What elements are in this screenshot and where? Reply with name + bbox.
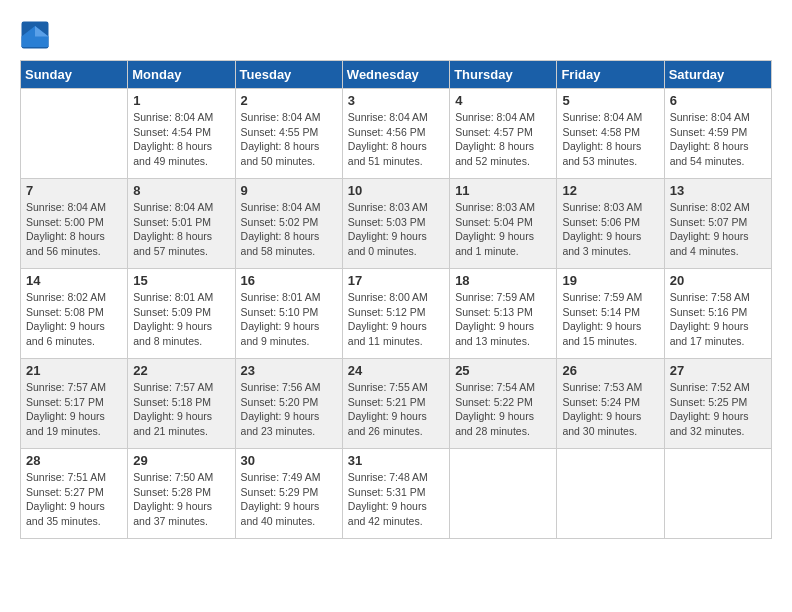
day-info: Sunrise: 7:53 AMSunset: 5:24 PMDaylight:… — [562, 380, 658, 439]
calendar-cell: 4Sunrise: 8:04 AMSunset: 4:57 PMDaylight… — [450, 89, 557, 179]
calendar-week-2: 7Sunrise: 8:04 AMSunset: 5:00 PMDaylight… — [21, 179, 772, 269]
day-number: 23 — [241, 363, 337, 378]
day-number: 9 — [241, 183, 337, 198]
day-info: Sunrise: 8:04 AMSunset: 4:58 PMDaylight:… — [562, 110, 658, 169]
calendar-cell: 28Sunrise: 7:51 AMSunset: 5:27 PMDayligh… — [21, 449, 128, 539]
day-number: 11 — [455, 183, 551, 198]
day-info: Sunrise: 8:04 AMSunset: 4:57 PMDaylight:… — [455, 110, 551, 169]
day-info: Sunrise: 8:03 AMSunset: 5:06 PMDaylight:… — [562, 200, 658, 259]
day-number: 31 — [348, 453, 444, 468]
calendar-cell: 14Sunrise: 8:02 AMSunset: 5:08 PMDayligh… — [21, 269, 128, 359]
day-number: 26 — [562, 363, 658, 378]
calendar-week-4: 21Sunrise: 7:57 AMSunset: 5:17 PMDayligh… — [21, 359, 772, 449]
day-info: Sunrise: 8:04 AMSunset: 4:54 PMDaylight:… — [133, 110, 229, 169]
calendar-cell — [450, 449, 557, 539]
day-info: Sunrise: 7:49 AMSunset: 5:29 PMDaylight:… — [241, 470, 337, 529]
day-number: 18 — [455, 273, 551, 288]
day-info: Sunrise: 8:04 AMSunset: 5:00 PMDaylight:… — [26, 200, 122, 259]
calendar: SundayMondayTuesdayWednesdayThursdayFrid… — [20, 60, 772, 539]
day-number: 20 — [670, 273, 766, 288]
calendar-cell: 22Sunrise: 7:57 AMSunset: 5:18 PMDayligh… — [128, 359, 235, 449]
day-info: Sunrise: 7:52 AMSunset: 5:25 PMDaylight:… — [670, 380, 766, 439]
day-number: 2 — [241, 93, 337, 108]
header-wednesday: Wednesday — [342, 61, 449, 89]
calendar-cell: 20Sunrise: 7:58 AMSunset: 5:16 PMDayligh… — [664, 269, 771, 359]
day-info: Sunrise: 8:01 AMSunset: 5:09 PMDaylight:… — [133, 290, 229, 349]
calendar-cell: 15Sunrise: 8:01 AMSunset: 5:09 PMDayligh… — [128, 269, 235, 359]
day-number: 15 — [133, 273, 229, 288]
day-info: Sunrise: 8:01 AMSunset: 5:10 PMDaylight:… — [241, 290, 337, 349]
day-number: 27 — [670, 363, 766, 378]
day-number: 24 — [348, 363, 444, 378]
day-number: 1 — [133, 93, 229, 108]
day-number: 25 — [455, 363, 551, 378]
calendar-cell: 18Sunrise: 7:59 AMSunset: 5:13 PMDayligh… — [450, 269, 557, 359]
day-number: 13 — [670, 183, 766, 198]
calendar-cell: 17Sunrise: 8:00 AMSunset: 5:12 PMDayligh… — [342, 269, 449, 359]
calendar-cell: 10Sunrise: 8:03 AMSunset: 5:03 PMDayligh… — [342, 179, 449, 269]
calendar-cell: 6Sunrise: 8:04 AMSunset: 4:59 PMDaylight… — [664, 89, 771, 179]
calendar-cell: 13Sunrise: 8:02 AMSunset: 5:07 PMDayligh… — [664, 179, 771, 269]
day-number: 12 — [562, 183, 658, 198]
day-info: Sunrise: 7:58 AMSunset: 5:16 PMDaylight:… — [670, 290, 766, 349]
header-sunday: Sunday — [21, 61, 128, 89]
calendar-cell — [664, 449, 771, 539]
day-number: 4 — [455, 93, 551, 108]
day-info: Sunrise: 8:04 AMSunset: 4:55 PMDaylight:… — [241, 110, 337, 169]
day-info: Sunrise: 8:03 AMSunset: 5:03 PMDaylight:… — [348, 200, 444, 259]
day-number: 17 — [348, 273, 444, 288]
calendar-cell: 2Sunrise: 8:04 AMSunset: 4:55 PMDaylight… — [235, 89, 342, 179]
calendar-cell: 26Sunrise: 7:53 AMSunset: 5:24 PMDayligh… — [557, 359, 664, 449]
calendar-week-1: 1Sunrise: 8:04 AMSunset: 4:54 PMDaylight… — [21, 89, 772, 179]
calendar-cell: 16Sunrise: 8:01 AMSunset: 5:10 PMDayligh… — [235, 269, 342, 359]
day-number: 3 — [348, 93, 444, 108]
calendar-cell: 3Sunrise: 8:04 AMSunset: 4:56 PMDaylight… — [342, 89, 449, 179]
logo — [20, 20, 54, 50]
day-info: Sunrise: 8:02 AMSunset: 5:08 PMDaylight:… — [26, 290, 122, 349]
header-monday: Monday — [128, 61, 235, 89]
calendar-cell: 31Sunrise: 7:48 AMSunset: 5:31 PMDayligh… — [342, 449, 449, 539]
calendar-cell: 19Sunrise: 7:59 AMSunset: 5:14 PMDayligh… — [557, 269, 664, 359]
calendar-cell: 1Sunrise: 8:04 AMSunset: 4:54 PMDaylight… — [128, 89, 235, 179]
day-info: Sunrise: 7:50 AMSunset: 5:28 PMDaylight:… — [133, 470, 229, 529]
day-info: Sunrise: 8:04 AMSunset: 5:01 PMDaylight:… — [133, 200, 229, 259]
day-info: Sunrise: 7:51 AMSunset: 5:27 PMDaylight:… — [26, 470, 122, 529]
day-number: 8 — [133, 183, 229, 198]
day-info: Sunrise: 7:57 AMSunset: 5:18 PMDaylight:… — [133, 380, 229, 439]
day-number: 30 — [241, 453, 337, 468]
day-info: Sunrise: 8:04 AMSunset: 4:56 PMDaylight:… — [348, 110, 444, 169]
calendar-cell: 11Sunrise: 8:03 AMSunset: 5:04 PMDayligh… — [450, 179, 557, 269]
calendar-cell — [557, 449, 664, 539]
calendar-cell: 24Sunrise: 7:55 AMSunset: 5:21 PMDayligh… — [342, 359, 449, 449]
day-info: Sunrise: 7:48 AMSunset: 5:31 PMDaylight:… — [348, 470, 444, 529]
calendar-cell: 8Sunrise: 8:04 AMSunset: 5:01 PMDaylight… — [128, 179, 235, 269]
day-number: 6 — [670, 93, 766, 108]
day-info: Sunrise: 7:59 AMSunset: 5:14 PMDaylight:… — [562, 290, 658, 349]
header-tuesday: Tuesday — [235, 61, 342, 89]
day-info: Sunrise: 8:02 AMSunset: 5:07 PMDaylight:… — [670, 200, 766, 259]
calendar-week-5: 28Sunrise: 7:51 AMSunset: 5:27 PMDayligh… — [21, 449, 772, 539]
logo-icon — [20, 20, 50, 50]
page-header — [20, 20, 772, 50]
header-saturday: Saturday — [664, 61, 771, 89]
calendar-header-row: SundayMondayTuesdayWednesdayThursdayFrid… — [21, 61, 772, 89]
day-number: 22 — [133, 363, 229, 378]
calendar-cell: 25Sunrise: 7:54 AMSunset: 5:22 PMDayligh… — [450, 359, 557, 449]
day-info: Sunrise: 7:59 AMSunset: 5:13 PMDaylight:… — [455, 290, 551, 349]
calendar-cell: 9Sunrise: 8:04 AMSunset: 5:02 PMDaylight… — [235, 179, 342, 269]
calendar-cell: 5Sunrise: 8:04 AMSunset: 4:58 PMDaylight… — [557, 89, 664, 179]
calendar-week-3: 14Sunrise: 8:02 AMSunset: 5:08 PMDayligh… — [21, 269, 772, 359]
day-info: Sunrise: 7:55 AMSunset: 5:21 PMDaylight:… — [348, 380, 444, 439]
day-info: Sunrise: 7:54 AMSunset: 5:22 PMDaylight:… — [455, 380, 551, 439]
day-number: 29 — [133, 453, 229, 468]
day-info: Sunrise: 7:56 AMSunset: 5:20 PMDaylight:… — [241, 380, 337, 439]
day-info: Sunrise: 8:04 AMSunset: 5:02 PMDaylight:… — [241, 200, 337, 259]
calendar-cell — [21, 89, 128, 179]
calendar-cell: 7Sunrise: 8:04 AMSunset: 5:00 PMDaylight… — [21, 179, 128, 269]
day-number: 7 — [26, 183, 122, 198]
day-number: 19 — [562, 273, 658, 288]
day-number: 21 — [26, 363, 122, 378]
day-info: Sunrise: 8:00 AMSunset: 5:12 PMDaylight:… — [348, 290, 444, 349]
header-thursday: Thursday — [450, 61, 557, 89]
calendar-cell: 29Sunrise: 7:50 AMSunset: 5:28 PMDayligh… — [128, 449, 235, 539]
